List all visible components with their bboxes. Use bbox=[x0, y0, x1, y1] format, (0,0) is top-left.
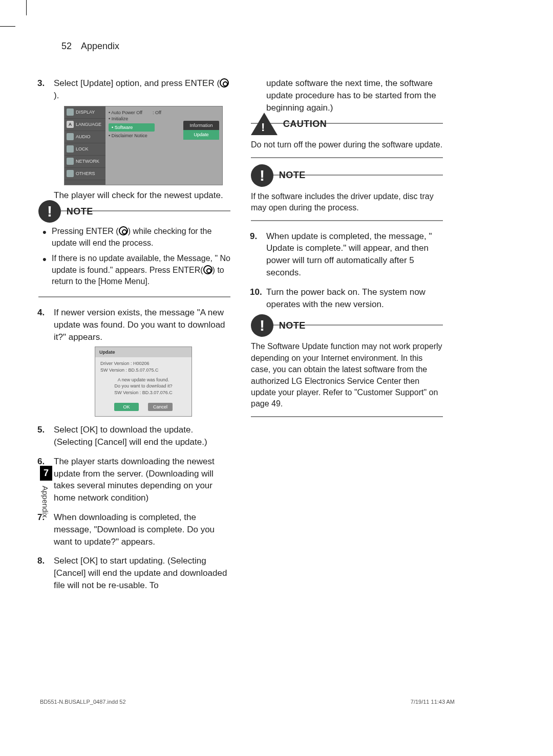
step-8: 8.Select [OK] to start updating. (Select… bbox=[49, 555, 230, 591]
step-3: 3. Select [Update] option, and press ENT… bbox=[49, 77, 230, 201]
note-title: NOTE bbox=[279, 170, 306, 180]
footer-timestamp: 7/19/11 11:43 AM bbox=[411, 699, 455, 705]
step-8-continuation: update software the next time, the softw… bbox=[251, 77, 443, 114]
enter-icon bbox=[203, 265, 212, 274]
section-title: Appendix bbox=[81, 41, 119, 51]
chapter-number: 7 bbox=[40, 466, 52, 481]
note-box-3: ! NOTE The Software Update function may … bbox=[251, 325, 443, 417]
dialog-ok-button: OK bbox=[114, 403, 139, 411]
note1-bullet1: Pressing ENTER () while checking for the… bbox=[52, 226, 230, 249]
note3-text: The Software Update function may not wor… bbox=[251, 340, 443, 411]
caution-text: Do not turn off the power during the sof… bbox=[251, 138, 443, 152]
enter-icon bbox=[119, 226, 128, 235]
footer-filename: BD551-N.BUSALLP_0487.indd 52 bbox=[40, 699, 126, 705]
note1-bullet2: If there is no update available, the Mes… bbox=[52, 253, 230, 287]
update-dialog-screenshot: Update Driver Version : H00206 SW Versio… bbox=[95, 347, 192, 417]
dialog-cancel-button: Cancel bbox=[148, 403, 173, 411]
caution-box: ! CAUTION Do not turn off the power duri… bbox=[251, 123, 443, 158]
left-column: 3. Select [Update] option, and press ENT… bbox=[38, 77, 230, 599]
note-box-2: ! NOTE If the software includes the driv… bbox=[251, 175, 443, 221]
note-title: NOTE bbox=[279, 320, 306, 331]
chapter-tab: 7 Appendix bbox=[40, 466, 52, 518]
page-number: 52 bbox=[61, 41, 72, 51]
settings-screenshot: DISPLAY ALANGUAGE AUDIO LOCK NETWORK OTH… bbox=[64, 106, 223, 185]
enter-icon bbox=[220, 78, 229, 88]
step-10: 10.Turn the power back on. The system no… bbox=[261, 286, 443, 311]
right-column: update software the next time, the softw… bbox=[251, 77, 443, 599]
step-6: 6.The player starts downloading the newe… bbox=[49, 456, 230, 504]
chapter-label: Appendix bbox=[40, 481, 51, 518]
caution-title: CAUTION bbox=[283, 119, 327, 129]
note-icon: ! bbox=[251, 314, 273, 337]
step-3-note: The player will check for the newest upd… bbox=[54, 189, 230, 202]
note-icon: ! bbox=[38, 200, 61, 223]
step-4: 4. If newer version exists, the message … bbox=[49, 307, 230, 417]
note-icon: ! bbox=[251, 164, 273, 187]
page-content: 52 Appendix 3. Select [Update] option, a… bbox=[38, 41, 443, 686]
step-7: 7.When downloading is completed, the mes… bbox=[49, 511, 230, 548]
page-footer: BD551-N.BUSALLP_0487.indd 52 7/19/11 11:… bbox=[40, 699, 455, 705]
note-title: NOTE bbox=[67, 206, 93, 217]
note-box-1: ! NOTE Pressing ENTER () while checking … bbox=[38, 210, 230, 297]
caution-icon: ! bbox=[251, 113, 278, 135]
note2-text: If the software includes the driver upda… bbox=[251, 190, 443, 215]
step-9: 9.When update is completed, the message,… bbox=[261, 230, 443, 279]
step-5: 5.Select [OK] to download the update. (S… bbox=[49, 424, 230, 448]
page-header: 52 Appendix bbox=[38, 41, 443, 52]
